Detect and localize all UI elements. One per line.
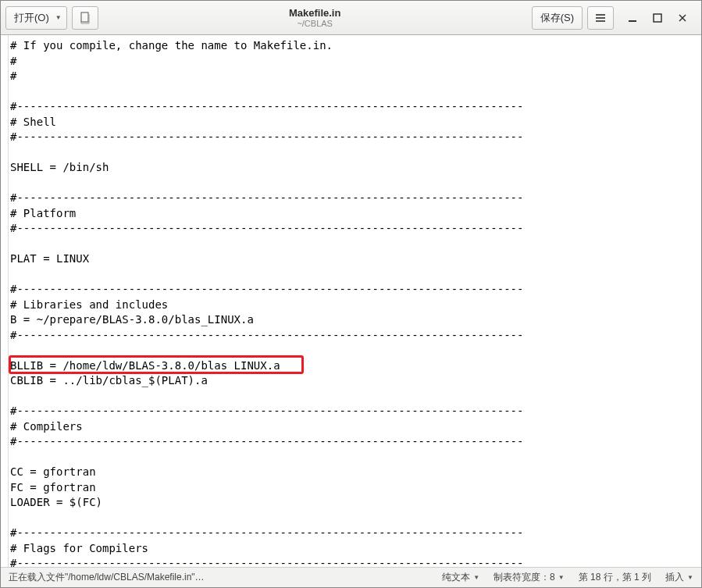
- editor-line: #---------------------------------------…: [10, 130, 701, 145]
- chevron-down-icon: ▼: [558, 574, 565, 581]
- open-button-label: 打开(O): [14, 11, 49, 25]
- editor-line: #: [10, 54, 701, 69]
- chevron-down-icon: ▼: [473, 574, 479, 581]
- open-button[interactable]: 打开(O) ▼: [5, 6, 67, 30]
- editor-line: [10, 343, 701, 358]
- editor-line: #---------------------------------------…: [10, 99, 701, 115]
- svg-rect-2: [596, 17, 605, 19]
- editor-line: CC = gfortran: [10, 465, 701, 480]
- close-icon: [678, 13, 687, 23]
- editor-line: [10, 267, 701, 283]
- editor-line: #---------------------------------------…: [10, 526, 701, 541]
- editor-line: #---------------------------------------…: [10, 282, 701, 298]
- chevron-down-icon: ▼: [55, 14, 62, 21]
- editor-line: [10, 145, 701, 161]
- editor-line: #---------------------------------------…: [10, 328, 701, 344]
- editor-line: #---------------------------------------…: [10, 434, 701, 450]
- editor-line: PLAT = LINUX: [10, 251, 701, 267]
- editor-line: # Libraries and includes: [10, 298, 701, 313]
- window-controls: [618, 12, 697, 24]
- new-tab-button[interactable]: [72, 6, 98, 30]
- editor-line: SHELL = /bin/sh: [10, 160, 701, 176]
- status-insert-mode[interactable]: 插入 ▼: [665, 571, 693, 584]
- status-mode[interactable]: 纯文本 ▼: [442, 571, 479, 584]
- editor-line: # Flags for Compilers: [10, 541, 701, 557]
- status-loading: 正在载入文件"/home/ldw/CBLAS/Makefile.in"…: [9, 571, 205, 584]
- close-button[interactable]: [676, 12, 689, 24]
- svg-rect-5: [654, 14, 661, 22]
- save-button-label: 保存(S): [540, 11, 574, 25]
- editor-line: [10, 511, 701, 526]
- save-button[interactable]: 保存(S): [532, 6, 583, 30]
- menu-button[interactable]: [587, 6, 614, 30]
- chevron-down-icon: ▼: [687, 574, 693, 581]
- svg-rect-3: [596, 20, 605, 22]
- editor-line: BLLIB = /home/ldw/BLAS-3.8.0/blas_LINUX.…: [10, 358, 701, 374]
- window-title: Makefile.in: [289, 7, 340, 19]
- svg-rect-0: [81, 12, 88, 22]
- editor-line: B = ~/prepare/BLAS-3.8.0/blas_LINUX.a: [10, 312, 701, 328]
- editor-line: #---------------------------------------…: [10, 191, 701, 206]
- editor-line: # Shell: [10, 115, 701, 130]
- editor-area: # If you compile, change the name to Mak…: [1, 35, 701, 567]
- hamburger-icon: [595, 12, 606, 23]
- editor-line: #: [10, 69, 701, 84]
- editor-line: LOADER = $(FC): [10, 495, 701, 511]
- svg-rect-4: [629, 20, 636, 22]
- text-editor[interactable]: # If you compile, change the name to Mak…: [9, 35, 701, 567]
- maximize-button[interactable]: [651, 12, 664, 24]
- gutter: [1, 35, 9, 567]
- status-tab-width[interactable]: 制表符宽度：8 ▼: [494, 571, 565, 584]
- editor-line: #---------------------------------------…: [10, 404, 701, 419]
- editor-line: #---------------------------------------…: [10, 221, 701, 237]
- editor-line: [10, 237, 701, 252]
- editor-line: [10, 84, 701, 100]
- maximize-icon: [653, 13, 662, 23]
- statusbar: 正在载入文件"/home/ldw/CBLAS/Makefile.in"… 纯文本…: [1, 567, 701, 587]
- editor-line: # Platform: [10, 206, 701, 222]
- editor-line: #---------------------------------------…: [10, 556, 701, 567]
- titlebar: 打开(O) ▼ Makefile.in ~/CBLAS 保存(S): [1, 1, 701, 35]
- editor-line: FC = gfortran: [10, 480, 701, 496]
- editor-line: # Compilers: [10, 419, 701, 435]
- editor-line: [10, 389, 701, 404]
- document-new-icon: [79, 12, 91, 24]
- editor-line: CBLIB = ../lib/cblas_$(PLAT).a: [10, 373, 701, 389]
- editor-line: [10, 450, 701, 465]
- svg-rect-1: [596, 14, 605, 16]
- minimize-button[interactable]: [626, 12, 639, 24]
- editor-line: # If you compile, change the name to Mak…: [10, 38, 701, 54]
- window-subtitle: ~/CBLAS: [297, 19, 333, 28]
- minimize-icon: [628, 13, 637, 23]
- title-area: Makefile.in ~/CBLAS: [103, 7, 527, 28]
- status-cursor-position: 第 18 行，第 1 列: [579, 571, 651, 584]
- editor-line: [10, 176, 701, 191]
